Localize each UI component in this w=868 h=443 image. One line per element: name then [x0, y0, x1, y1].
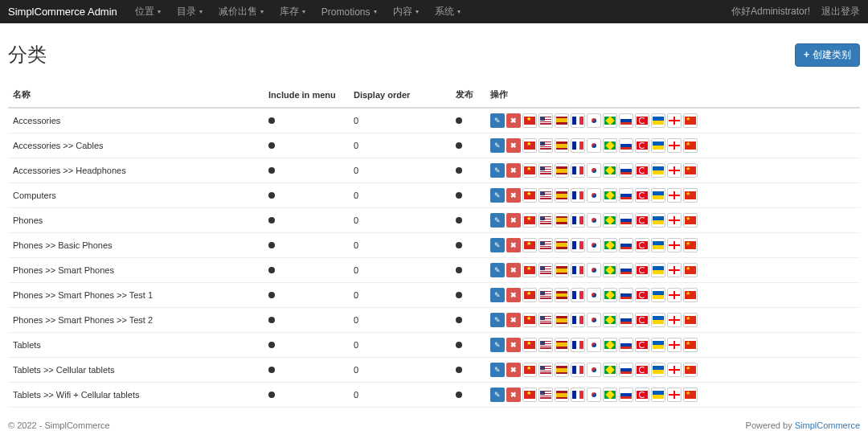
flag-tr-button[interactable]: [635, 313, 649, 327]
flag-us-button[interactable]: [538, 163, 553, 178]
flag-tr-button[interactable]: [635, 238, 649, 252]
flag-es-button[interactable]: [555, 363, 569, 377]
flag-ru-button[interactable]: [619, 163, 633, 178]
flag-kr-button[interactable]: [587, 188, 601, 203]
flag-kr-button[interactable]: [587, 113, 601, 128]
flag-cn-button[interactable]: [683, 213, 698, 228]
edit-button[interactable]: ✎: [490, 238, 505, 252]
flag-vn-button[interactable]: [522, 238, 537, 252]
flag-vn-button[interactable]: [522, 313, 537, 327]
edit-button[interactable]: ✎: [490, 138, 505, 153]
nav-item-0[interactable]: 位置▾: [127, 5, 169, 18]
flag-br-button[interactable]: [603, 188, 617, 203]
flag-ru-button[interactable]: [619, 238, 633, 252]
flag-cn-button[interactable]: [683, 363, 698, 377]
flag-us-button[interactable]: [538, 363, 553, 377]
flag-kr-button[interactable]: [587, 363, 601, 377]
flag-br-button[interactable]: [603, 113, 617, 128]
flag-kr-button[interactable]: [587, 163, 601, 178]
flag-vn-button[interactable]: [522, 263, 537, 277]
nav-item-2[interactable]: 减价出售▾: [211, 5, 272, 18]
flag-cn-button[interactable]: [683, 163, 698, 178]
flag-vn-button[interactable]: [522, 338, 537, 352]
flag-ge-button[interactable]: [667, 338, 682, 352]
flag-es-button[interactable]: [555, 213, 569, 228]
flag-ua-button[interactable]: [651, 113, 665, 128]
nav-item-5[interactable]: 内容▾: [385, 5, 427, 18]
flag-ru-button[interactable]: [619, 338, 633, 352]
edit-button[interactable]: ✎: [490, 188, 505, 203]
flag-ru-button[interactable]: [619, 213, 633, 228]
flag-es-button[interactable]: [555, 288, 569, 302]
flag-ge-button[interactable]: [667, 163, 682, 178]
flag-cn-button[interactable]: [683, 288, 698, 302]
flag-es-button[interactable]: [555, 313, 569, 327]
flag-fr-button[interactable]: [571, 363, 585, 377]
flag-kr-button[interactable]: [587, 288, 601, 302]
flag-es-button[interactable]: [555, 188, 569, 203]
flag-tr-button[interactable]: [635, 138, 649, 153]
flag-ua-button[interactable]: [651, 263, 665, 277]
flag-us-button[interactable]: [538, 138, 553, 153]
flag-ge-button[interactable]: [667, 288, 682, 302]
flag-vn-button[interactable]: [522, 163, 537, 178]
edit-button[interactable]: ✎: [490, 288, 505, 302]
flag-ua-button[interactable]: [651, 288, 665, 302]
edit-button[interactable]: ✎: [490, 263, 505, 277]
delete-button[interactable]: ✖: [506, 238, 521, 252]
flag-ge-button[interactable]: [667, 263, 682, 277]
nav-item-3[interactable]: 库存▾: [272, 5, 313, 18]
edit-button[interactable]: ✎: [490, 388, 505, 402]
flag-vn-button[interactable]: [522, 363, 537, 377]
flag-tr-button[interactable]: [635, 163, 649, 178]
flag-br-button[interactable]: [603, 213, 617, 228]
logout-link[interactable]: 退出登录: [821, 5, 860, 18]
flag-kr-button[interactable]: [587, 138, 601, 153]
edit-button[interactable]: ✎: [490, 338, 505, 352]
flag-tr-button[interactable]: [635, 288, 649, 302]
flag-ru-button[interactable]: [619, 263, 633, 277]
flag-es-button[interactable]: [555, 338, 569, 352]
flag-ru-button[interactable]: [619, 113, 633, 128]
flag-kr-button[interactable]: [587, 238, 601, 252]
flag-es-button[interactable]: [555, 238, 569, 252]
flag-br-button[interactable]: [603, 338, 617, 352]
flag-fr-button[interactable]: [571, 288, 585, 302]
nav-item-4[interactable]: Promotions▾: [313, 5, 385, 18]
flag-fr-button[interactable]: [571, 188, 585, 203]
powered-by-link[interactable]: SimplCommerce: [795, 420, 860, 430]
flag-ua-button[interactable]: [651, 213, 665, 228]
flag-cn-button[interactable]: [683, 388, 698, 402]
create-category-button[interactable]: + 创建类别: [795, 43, 860, 67]
flag-ua-button[interactable]: [651, 163, 665, 178]
flag-fr-button[interactable]: [571, 213, 585, 228]
flag-fr-button[interactable]: [571, 138, 585, 153]
flag-vn-button[interactable]: [522, 138, 537, 153]
flag-cn-button[interactable]: [683, 263, 698, 277]
flag-ru-button[interactable]: [619, 288, 633, 302]
flag-ru-button[interactable]: [619, 388, 633, 402]
flag-tr-button[interactable]: [635, 213, 649, 228]
flag-ua-button[interactable]: [651, 338, 665, 352]
brand[interactable]: SimplCommerce Admin: [8, 6, 117, 18]
flag-br-button[interactable]: [603, 263, 617, 277]
flag-tr-button[interactable]: [635, 263, 649, 277]
delete-button[interactable]: ✖: [506, 313, 521, 327]
flag-kr-button[interactable]: [587, 213, 601, 228]
flag-fr-button[interactable]: [571, 313, 585, 327]
flag-vn-button[interactable]: [522, 213, 537, 228]
flag-br-button[interactable]: [603, 163, 617, 178]
flag-cn-button[interactable]: [683, 113, 698, 128]
delete-button[interactable]: ✖: [506, 388, 521, 402]
flag-ru-button[interactable]: [619, 363, 633, 377]
flag-br-button[interactable]: [603, 388, 617, 402]
flag-vn-button[interactable]: [522, 288, 537, 302]
delete-button[interactable]: ✖: [506, 113, 521, 128]
flag-vn-button[interactable]: [522, 188, 537, 203]
flag-tr-button[interactable]: [635, 388, 649, 402]
flag-ua-button[interactable]: [651, 388, 665, 402]
edit-button[interactable]: ✎: [490, 163, 505, 178]
flag-us-button[interactable]: [538, 238, 553, 252]
flag-ua-button[interactable]: [651, 363, 665, 377]
flag-ge-button[interactable]: [667, 188, 682, 203]
